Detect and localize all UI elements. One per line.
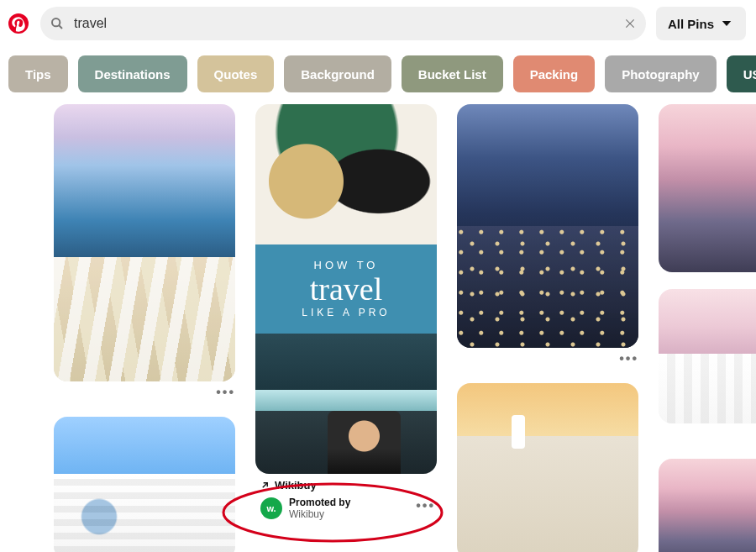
pin-card[interactable] — [659, 459, 756, 552]
promoter-name[interactable]: Wikibuy — [289, 508, 350, 520]
clear-search-icon[interactable] — [624, 18, 636, 29]
svg-line-5 — [263, 483, 268, 488]
pin-card[interactable] — [659, 104, 756, 272]
pin-card[interactable] — [457, 383, 638, 552]
search-input[interactable] — [72, 15, 616, 32]
pin-image[interactable] — [659, 104, 756, 272]
chip-usa[interactable]: USA — [727, 55, 756, 92]
external-link-icon — [260, 481, 270, 490]
pin-card[interactable]: ••• — [659, 289, 756, 442]
chevron-down-icon — [719, 16, 734, 31]
pin-image[interactable]: HOW TO travel LIKE A PRO — [255, 104, 437, 474]
search-bar[interactable] — [40, 7, 646, 40]
pin-card[interactable]: ••• — [457, 104, 638, 366]
promoted-domain: Wikibuy — [275, 479, 317, 492]
pin-image[interactable] — [54, 104, 235, 381]
guided-search-chips: TipsDestinationsQuotesBackgroundBucket L… — [0, 47, 756, 104]
svg-line-2 — [59, 25, 62, 29]
promo-overlay-line3: LIKE A PRO — [302, 307, 390, 318]
svg-point-1 — [52, 18, 60, 26]
chip-tips[interactable]: Tips — [8, 55, 68, 92]
all-pins-dropdown[interactable]: All Pins — [656, 7, 746, 40]
chip-quotes[interactable]: Quotes — [197, 55, 275, 92]
promoted-by-label: Promoted by — [289, 497, 350, 508]
pin-image[interactable] — [659, 459, 756, 552]
promo-overlay-line1: HOW TO — [314, 259, 379, 271]
chip-destinations[interactable]: Destinations — [78, 55, 187, 92]
pin-image[interactable] — [457, 383, 638, 552]
pin-card[interactable] — [54, 417, 235, 552]
pin-card[interactable]: ••• — [54, 104, 235, 400]
chip-background[interactable]: Background — [284, 55, 391, 92]
pinterest-logo[interactable] — [7, 12, 30, 35]
chip-packing[interactable]: Packing — [513, 55, 596, 92]
pin-more-button[interactable]: ••• — [216, 385, 235, 400]
pin-more-button[interactable]: ••• — [619, 351, 638, 366]
promo-overlay-line2: travel — [310, 273, 383, 305]
promoter-avatar[interactable]: w. — [260, 497, 282, 519]
chip-photography[interactable]: Photography — [605, 55, 717, 92]
pin-image[interactable] — [659, 289, 756, 423]
all-pins-label: All Pins — [668, 17, 714, 31]
pin-more-button[interactable]: ••• — [416, 498, 435, 513]
chip-bucket-list[interactable]: Bucket List — [402, 55, 503, 92]
pin-image[interactable] — [54, 417, 235, 552]
promoted-pin-card[interactable]: HOW TO travel LIKE A PRO Wikibuy w. — [255, 104, 437, 520]
pin-image[interactable] — [457, 104, 638, 348]
search-icon — [50, 17, 64, 30]
promoted-outbound-link[interactable]: Wikibuy — [260, 479, 435, 492]
